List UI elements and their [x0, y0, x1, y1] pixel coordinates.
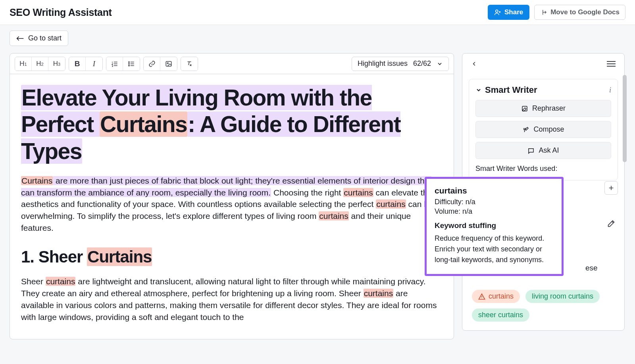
- ordered-list-button[interactable]: [106, 57, 123, 71]
- plus-icon: [608, 185, 614, 191]
- info-icon[interactable]: i: [609, 86, 611, 94]
- tooltip-volume: Volume: n/a: [435, 207, 554, 216]
- chevron-left-icon: [471, 60, 477, 68]
- paragraph-1: Curtains are more than just pieces of fa…: [21, 175, 443, 234]
- article-title: Elevate Your Living Room with the Perfec…: [21, 84, 443, 165]
- tooltip-description: Reduce frequency of this keyword. Enrich…: [435, 233, 554, 265]
- add-keyword-button[interactable]: [604, 181, 618, 195]
- svg-point-3: [129, 65, 129, 66]
- heading-sheer-curtains: 1. Sheer Curtains: [21, 245, 443, 269]
- text-fragment: ese: [585, 264, 598, 272]
- warning-icon: [478, 293, 485, 300]
- share-button-label: Share: [504, 8, 523, 16]
- go-to-start-label: Go to start: [28, 34, 62, 42]
- smart-writer-words-used: Smart Writer Words used:: [475, 165, 611, 173]
- compose-icon: [522, 126, 529, 133]
- ask-ai-button[interactable]: Ask AI: [475, 142, 611, 159]
- image-button[interactable]: [160, 57, 177, 71]
- bold-button[interactable]: B: [69, 57, 86, 71]
- editor-toolbar: H1 H2 H3 B I: [10, 54, 454, 74]
- ask-ai-icon: [527, 147, 535, 154]
- share-button[interactable]: Share: [488, 5, 529, 20]
- unordered-list-button[interactable]: [123, 57, 140, 71]
- svg-point-2: [129, 63, 129, 64]
- ask-ai-label: Ask AI: [539, 146, 559, 155]
- move-button-label: Move to Google Docs: [550, 8, 620, 16]
- image-icon: [165, 60, 172, 67]
- heading-1-button[interactable]: H1: [15, 57, 32, 71]
- keyword-tooltip: curtains Difficulty: n/a Volume: n/a Key…: [425, 177, 564, 276]
- unordered-list-icon: [128, 60, 135, 67]
- compose-button[interactable]: Compose: [475, 121, 611, 138]
- keyword-pill-warn[interactable]: curtains: [472, 290, 520, 303]
- italic-button[interactable]: I: [86, 57, 102, 71]
- tooltip-subheading: Keyword stuffing: [435, 221, 554, 230]
- chevron-down-icon[interactable]: [475, 87, 482, 93]
- highlight-issues-count: 62/62: [413, 59, 431, 68]
- highlight-issues-label: Highlight issues: [358, 59, 408, 68]
- edit-keywords-button[interactable]: [607, 219, 616, 228]
- clear-formatting-icon: [186, 60, 193, 67]
- keyword-pills: curtains living room curtains sheer curt…: [469, 290, 616, 322]
- svg-point-5: [167, 63, 168, 64]
- svg-point-1: [129, 61, 129, 62]
- scrollbar-thumb[interactable]: [623, 75, 627, 162]
- chevron-down-icon: [437, 61, 443, 67]
- smart-writer-title: Smart Writer: [485, 85, 537, 95]
- svg-rect-4: [166, 61, 171, 66]
- clear-formatting-button[interactable]: [181, 57, 198, 71]
- editor-content[interactable]: Elevate Your Living Room with the Perfec…: [10, 74, 454, 339]
- app-title: SEO Writing Assistant: [10, 7, 112, 18]
- tooltip-keyword: curtains: [435, 186, 554, 195]
- link-button[interactable]: [144, 57, 160, 71]
- svg-point-0: [496, 10, 498, 12]
- link-icon: [148, 60, 156, 67]
- sidebar-menu-button[interactable]: [607, 58, 618, 69]
- tooltip-difficulty: Difficulty: n/a: [435, 198, 554, 206]
- highlight-issues-dropdown[interactable]: Highlight issues 62/62: [352, 57, 449, 71]
- paragraph-2: Sheer curtains are lightweight and trans…: [21, 276, 443, 323]
- move-to-google-docs-button[interactable]: Move to Google Docs: [534, 5, 625, 20]
- ordered-list-icon: [111, 60, 118, 67]
- pencil-icon: [607, 219, 616, 228]
- share-icon: [494, 9, 501, 16]
- heading-2-button[interactable]: H2: [32, 57, 48, 71]
- keyword-pill-ok[interactable]: living room curtains: [525, 290, 600, 303]
- move-icon: [540, 9, 547, 16]
- rephraser-button[interactable]: Rephraser: [475, 100, 611, 117]
- go-to-start-button[interactable]: Go to start: [10, 31, 68, 46]
- rephraser-icon: [521, 105, 528, 112]
- sidebar-back-button[interactable]: [469, 58, 480, 69]
- compose-label: Compose: [533, 125, 564, 134]
- heading-3-button[interactable]: H3: [48, 57, 65, 71]
- smart-writer-card: Smart Writer i Rephraser Compose Ask AI …: [469, 79, 618, 180]
- rephraser-label: Rephraser: [532, 104, 566, 113]
- keyword-pill-label: curtains: [489, 292, 514, 301]
- keyword-pill-ok[interactable]: sheer curtains: [472, 308, 529, 322]
- arrow-left-icon: [16, 35, 24, 42]
- editor-panel: H1 H2 H3 B I: [10, 53, 454, 339]
